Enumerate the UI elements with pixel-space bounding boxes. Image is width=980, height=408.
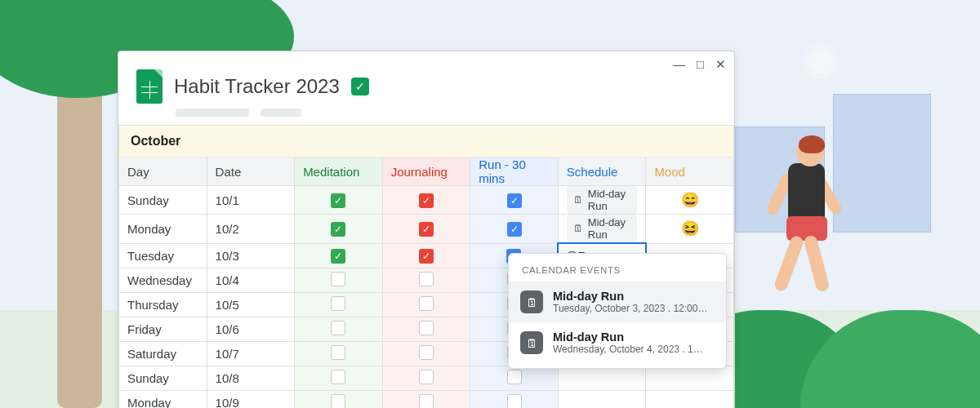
cell-meditation[interactable]	[295, 292, 383, 317]
cell-day[interactable]: Wednesday	[119, 268, 207, 292]
cell-date[interactable]: 10/7	[207, 341, 295, 366]
cell-journaling[interactable]	[382, 268, 470, 292]
cell-journaling[interactable]	[382, 366, 470, 390]
cell-date[interactable]: 10/3	[207, 243, 295, 268]
calendar-suggest-popup: CALENDAR EVENTS 🗓 Mid-day Run Tuesday, O…	[508, 253, 727, 369]
col-mood[interactable]: Mood	[646, 157, 734, 186]
calendar-event-item[interactable]: 🗓 Mid-day Run Wednesday, October 4, 2023…	[509, 322, 726, 363]
sheets-logo-icon	[136, 69, 163, 104]
menu-placeholder	[118, 109, 734, 117]
cell-day[interactable]: Saturday	[119, 341, 207, 366]
col-journaling[interactable]: Journaling	[382, 157, 470, 186]
cell-meditation[interactable]	[295, 268, 383, 292]
cell-day[interactable]: Thursday	[119, 292, 207, 317]
col-day[interactable]: Day	[119, 157, 207, 186]
col-run[interactable]: Run - 30 mins	[470, 157, 559, 186]
runner-illustration	[751, 139, 849, 318]
event-detail: Wednesday, October 4, 2023 . 12:00...	[553, 344, 708, 355]
checkbox-icon[interactable]: ✓	[419, 222, 434, 237]
cell-date[interactable]: 10/4	[207, 268, 295, 292]
checkbox-icon[interactable]	[419, 370, 434, 384]
cell-date[interactable]: 10/8	[207, 366, 295, 390]
cell-schedule[interactable]: 🗓Mid-day Run	[558, 215, 646, 244]
cell-journaling[interactable]	[382, 317, 470, 341]
table-row[interactable]: Monday10/9	[119, 390, 734, 408]
col-schedule[interactable]: Schedule	[558, 157, 646, 186]
cell-mood[interactable]: 😆	[646, 215, 734, 244]
cell-date[interactable]: 10/1	[207, 186, 295, 215]
checkbox-icon[interactable]	[331, 370, 345, 384]
month-header: October	[119, 126, 734, 157]
cell-day[interactable]: Friday	[119, 317, 207, 341]
checkbox-icon[interactable]	[419, 272, 434, 286]
cell-mood[interactable]	[646, 390, 734, 408]
checkbox-icon[interactable]: ✓	[507, 222, 522, 237]
cell-run[interactable]: ✓	[470, 215, 559, 244]
minimize-button[interactable]: —	[673, 58, 685, 70]
maximize-button[interactable]: □	[697, 58, 704, 70]
calendar-event-icon: 🗓	[520, 331, 543, 354]
calendar-chip[interactable]: 🗓Mid-day Run	[567, 215, 638, 242]
checkbox-icon[interactable]	[331, 321, 345, 335]
checkbox-icon[interactable]: ✓	[507, 193, 522, 208]
checkbox-icon[interactable]	[419, 321, 434, 335]
checkbox-icon[interactable]	[331, 272, 345, 286]
cell-run[interactable]	[470, 390, 559, 408]
cell-journaling[interactable]	[382, 292, 470, 317]
col-meditation[interactable]: Meditation	[295, 157, 383, 186]
checkbox-icon[interactable]	[331, 345, 345, 360]
table-row[interactable]: Sunday10/8	[119, 366, 734, 390]
checkbox-icon[interactable]: ✓	[331, 249, 345, 264]
cell-schedule[interactable]	[558, 390, 646, 408]
table-row[interactable]: Monday10/2✓✓✓🗓Mid-day Run😆	[119, 215, 734, 244]
cell-journaling[interactable]: ✓	[382, 186, 470, 215]
cell-date[interactable]: 10/9	[207, 390, 295, 408]
checkbox-icon[interactable]	[507, 394, 522, 409]
cell-date[interactable]: 10/2	[207, 215, 295, 244]
cell-run[interactable]	[470, 366, 559, 390]
cell-day[interactable]: Tuesday	[119, 243, 207, 268]
cell-meditation[interactable]	[295, 341, 383, 366]
cell-schedule[interactable]	[558, 366, 646, 390]
checkbox-icon[interactable]: ✓	[419, 249, 434, 264]
cell-day[interactable]: Monday	[119, 215, 207, 244]
cell-date[interactable]: 10/5	[207, 292, 295, 317]
calendar-chip[interactable]: 🗓Mid-day Run	[567, 186, 638, 214]
checkbox-icon[interactable]	[507, 370, 522, 384]
checkbox-icon[interactable]	[419, 296, 434, 311]
cell-day[interactable]: Sunday	[119, 366, 207, 390]
checkbox-icon[interactable]	[419, 394, 434, 409]
checkbox-icon[interactable]	[331, 394, 345, 409]
calendar-event-icon: 🗓	[520, 290, 543, 313]
calendar-icon: 🗓	[573, 223, 583, 234]
save-status-icon: ✓	[351, 78, 369, 95]
cell-journaling[interactable]	[382, 341, 470, 366]
close-button[interactable]: ✕	[715, 58, 726, 70]
cell-journaling[interactable]	[382, 390, 470, 408]
cell-meditation[interactable]	[295, 317, 383, 341]
checkbox-icon[interactable]: ✓	[331, 193, 345, 208]
col-date[interactable]: Date	[207, 157, 295, 186]
cell-journaling[interactable]: ✓	[382, 215, 470, 244]
cell-meditation[interactable]: ✓	[295, 186, 383, 215]
cell-journaling[interactable]: ✓	[382, 243, 470, 268]
cell-mood[interactable]: 😄	[646, 186, 734, 215]
cell-run[interactable]: ✓	[470, 186, 559, 215]
cell-meditation[interactable]: ✓	[295, 243, 383, 268]
cell-meditation[interactable]	[295, 390, 383, 408]
cell-meditation[interactable]	[295, 366, 383, 390]
cell-meditation[interactable]: ✓	[295, 215, 383, 244]
table-row[interactable]: Sunday10/1✓✓✓🗓Mid-day Run😄	[119, 186, 734, 215]
cell-day[interactable]: Sunday	[119, 186, 207, 215]
checkbox-icon[interactable]	[331, 296, 345, 311]
event-detail: Tuesday, October 3, 2023 . 12:00PM...	[553, 303, 708, 314]
cell-schedule[interactable]: 🗓Mid-day Run	[558, 186, 646, 215]
calendar-event-item[interactable]: 🗓 Mid-day Run Tuesday, October 3, 2023 .…	[509, 282, 726, 322]
checkbox-icon[interactable]: ✓	[419, 193, 434, 208]
checkbox-icon[interactable]: ✓	[331, 222, 345, 237]
cell-day[interactable]: Monday	[119, 390, 207, 408]
cell-mood[interactable]	[646, 366, 734, 390]
document-title[interactable]: Habit Tracker 2023	[174, 75, 340, 98]
checkbox-icon[interactable]	[419, 345, 434, 360]
cell-date[interactable]: 10/6	[207, 317, 295, 341]
